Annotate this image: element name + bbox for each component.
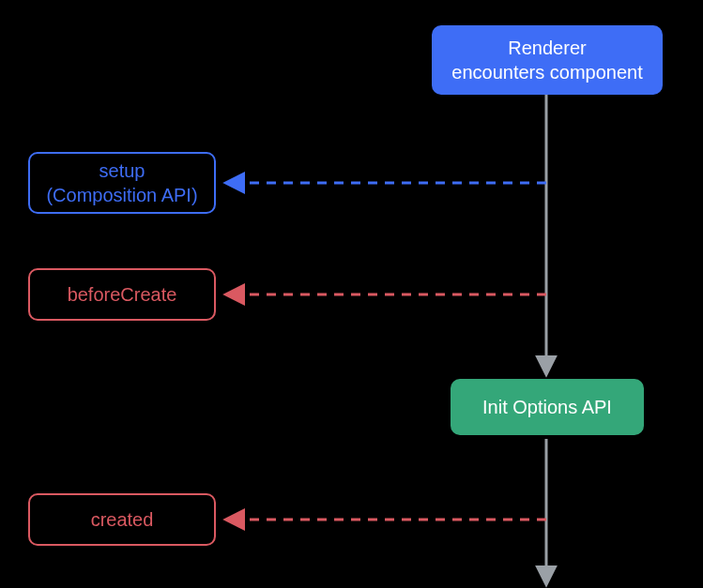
node-renderer-line2: encounters component	[451, 60, 642, 84]
node-init-options-label: Init Options API	[482, 395, 612, 419]
node-setup: setup (Composition API)	[28, 152, 216, 214]
node-created: created	[28, 493, 216, 546]
lifecycle-diagram: Renderer encounters component setup (Com…	[0, 0, 703, 588]
node-setup-line1: setup	[46, 158, 197, 183]
node-beforecreate-label: beforeCreate	[68, 282, 177, 307]
node-setup-line2: (Composition API)	[46, 183, 197, 207]
node-init-options: Init Options API	[451, 379, 644, 435]
node-beforecreate: beforeCreate	[28, 268, 216, 321]
node-renderer: Renderer encounters component	[432, 25, 663, 95]
node-renderer-line1: Renderer	[451, 36, 642, 60]
node-created-label: created	[91, 507, 154, 532]
